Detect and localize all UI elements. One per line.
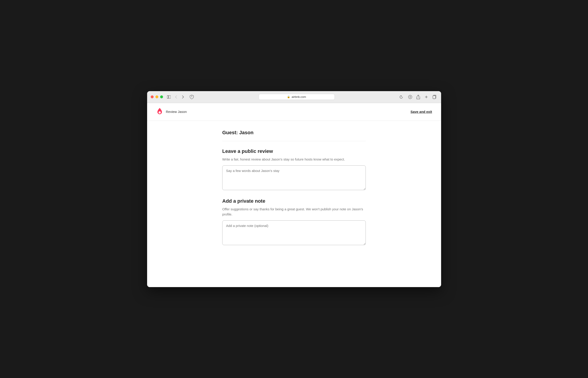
public-review-textarea[interactable] bbox=[222, 165, 366, 190]
back-button[interactable] bbox=[173, 94, 179, 99]
tabs-button[interactable] bbox=[431, 94, 437, 100]
guest-name-section: Guest: Jason bbox=[222, 130, 366, 135]
private-note-description: Offer suggestions or say thanks for bein… bbox=[222, 207, 366, 217]
svg-rect-4 bbox=[433, 96, 435, 99]
save-exit-button[interactable]: Save and exit bbox=[411, 110, 432, 114]
browser-actions bbox=[407, 94, 437, 100]
browser-window: 🔒 airbnb.com bbox=[147, 91, 441, 287]
browser-chrome: 🔒 airbnb.com bbox=[147, 91, 441, 103]
shield-icon bbox=[189, 94, 194, 100]
svg-point-5 bbox=[159, 111, 161, 114]
url-text: airbnb.com bbox=[292, 95, 306, 98]
sidebar-toggle-button[interactable] bbox=[166, 94, 172, 99]
public-review-section: Leave a public review Write a fair, hone… bbox=[222, 148, 366, 191]
private-note-section: Add a private note Offer suggestions or … bbox=[222, 198, 366, 246]
guest-name-heading: Guest: Jason bbox=[222, 130, 366, 135]
private-note-title: Add a private note bbox=[222, 198, 366, 204]
public-review-description: Write a fair, honest review about Jason'… bbox=[222, 157, 366, 162]
close-button[interactable] bbox=[151, 95, 153, 98]
public-review-title: Leave a public review bbox=[222, 148, 366, 154]
address-bar-container: 🔒 airbnb.com bbox=[189, 94, 404, 100]
airbnb-logo[interactable] bbox=[156, 108, 163, 116]
main-content: Guest: Jason Leave a public review Write… bbox=[218, 121, 370, 262]
reload-button[interactable] bbox=[398, 94, 404, 99]
new-tab-button[interactable] bbox=[423, 94, 429, 100]
header-left: Review Jason bbox=[156, 108, 187, 116]
minimize-button[interactable] bbox=[155, 95, 158, 98]
svg-rect-0 bbox=[167, 96, 168, 98]
forward-button[interactable] bbox=[180, 94, 186, 99]
section-divider bbox=[222, 141, 366, 141]
share-button[interactable] bbox=[415, 94, 421, 100]
svg-rect-1 bbox=[167, 96, 171, 98]
browser-controls bbox=[166, 94, 186, 99]
address-bar[interactable]: 🔒 airbnb.com bbox=[258, 94, 335, 100]
page-content: Review Jason Save and exit Guest: Jason … bbox=[147, 103, 441, 287]
header-title: Review Jason bbox=[166, 110, 187, 114]
private-note-textarea[interactable] bbox=[222, 220, 366, 245]
app-header: Review Jason Save and exit bbox=[147, 103, 441, 121]
download-button[interactable] bbox=[407, 94, 413, 100]
lock-icon: 🔒 bbox=[287, 95, 290, 98]
maximize-button[interactable] bbox=[160, 95, 163, 98]
traffic-lights bbox=[151, 95, 163, 98]
